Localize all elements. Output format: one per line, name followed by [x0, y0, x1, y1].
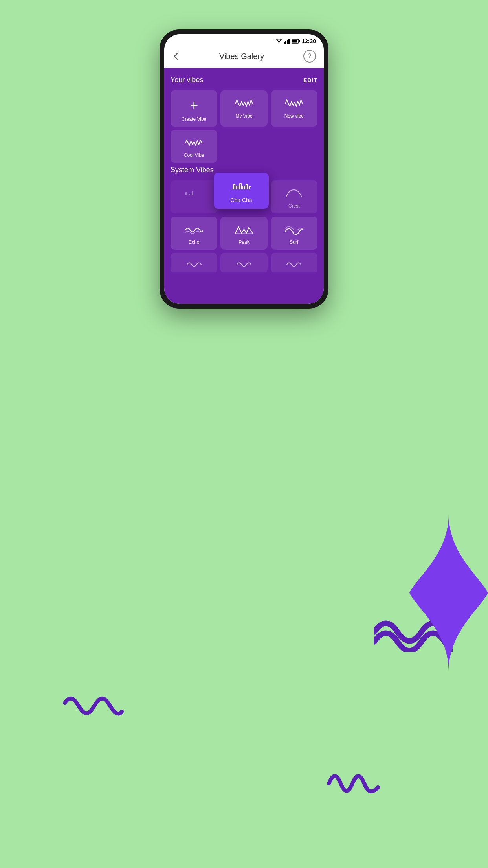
create-vibe-card[interactable]: + Create Vibe	[171, 90, 217, 127]
help-icon: ?	[308, 53, 312, 60]
new-vibe-wave-icon	[284, 98, 303, 109]
partial-wave-3-icon	[286, 261, 302, 268]
battery-icon	[292, 39, 300, 44]
my-vibe-card[interactable]: My Vibe	[220, 90, 267, 127]
partial-card-1[interactable]	[171, 253, 217, 272]
surf-wave-icon	[284, 224, 303, 235]
help-button[interactable]: ?	[303, 50, 316, 63]
svg-rect-8	[189, 194, 190, 195]
svg-rect-6	[299, 40, 300, 42]
new-vibe-card[interactable]: New vibe	[271, 90, 317, 127]
svg-rect-7	[185, 192, 187, 195]
deco-waves-small	[61, 695, 124, 723]
your-vibes-grid-row1: + Create Vibe My Vibe	[171, 90, 317, 127]
cha-cha-popup[interactable]: Cha Cha	[214, 173, 269, 209]
peak-wave-icon	[235, 224, 253, 235]
cha-cha-label: Cha Cha	[230, 197, 252, 203]
my-vibe-wave-icon	[235, 98, 253, 109]
echo-card[interactable]: Echo	[171, 217, 217, 250]
system-vibes-row2: Echo Peak	[171, 217, 317, 250]
status-icons: 12:30	[276, 38, 316, 44]
status-bar: 12:30	[164, 34, 324, 47]
cool-vibe-card[interactable]: Cool Vibe	[171, 130, 217, 163]
partial-wave-2-icon	[236, 261, 252, 268]
peak-card[interactable]: Peak	[220, 217, 267, 250]
svg-rect-3	[288, 39, 290, 44]
partial-card-2[interactable]	[220, 253, 267, 272]
crest-wave-icon	[284, 188, 303, 199]
wifi-icon	[276, 39, 282, 44]
crest-label: Crest	[288, 203, 300, 209]
deco-waves-bottom	[327, 770, 382, 797]
cha-cha-wave-icon	[231, 180, 251, 192]
svg-rect-9	[192, 191, 193, 195]
edit-button[interactable]: EDIT	[303, 77, 317, 83]
cool-vibe-label: Cool Vibe	[184, 153, 204, 158]
svg-rect-1	[285, 41, 286, 44]
svg-rect-0	[284, 42, 285, 44]
my-vibe-label: My Vibe	[235, 113, 252, 119]
svg-rect-2	[287, 40, 288, 44]
new-vibe-label: New vibe	[284, 113, 304, 119]
your-vibes-title: Your vibes	[171, 76, 203, 84]
partial-card-3[interactable]	[271, 253, 317, 272]
crest-card[interactable]: Crest	[271, 180, 317, 213]
first-system-card[interactable]	[171, 180, 217, 213]
partial-wave-1-icon	[186, 261, 202, 268]
signal-icon	[284, 39, 290, 44]
page-title: Vibes Galery	[219, 52, 264, 61]
phone-frame: 12:30 Vibes Galery ? Your vib	[160, 29, 328, 309]
status-time: 12:30	[302, 38, 316, 44]
plus-icon: +	[190, 98, 198, 112]
surf-label: Surf	[290, 239, 298, 245]
your-vibes-header: Your vibes EDIT	[171, 76, 317, 84]
back-arrow-icon	[174, 52, 178, 60]
system-vibes-title: System Vibes	[171, 166, 214, 174]
hidden-wave-icon	[185, 188, 204, 199]
deco-star	[409, 475, 488, 711]
system-vibes-row3-partial	[171, 253, 317, 272]
cool-vibe-wave-icon	[185, 138, 204, 149]
peak-label: Peak	[238, 239, 249, 245]
svg-rect-5	[292, 40, 297, 43]
back-button[interactable]	[172, 51, 180, 62]
surf-card[interactable]: Surf	[271, 217, 317, 250]
echo-label: Echo	[189, 239, 199, 245]
create-vibe-label: Create Vibe	[182, 116, 206, 122]
app-header: Vibes Galery ?	[164, 47, 324, 68]
main-content: Your vibes EDIT + Create Vibe	[164, 68, 324, 304]
echo-wave-icon	[185, 224, 204, 235]
